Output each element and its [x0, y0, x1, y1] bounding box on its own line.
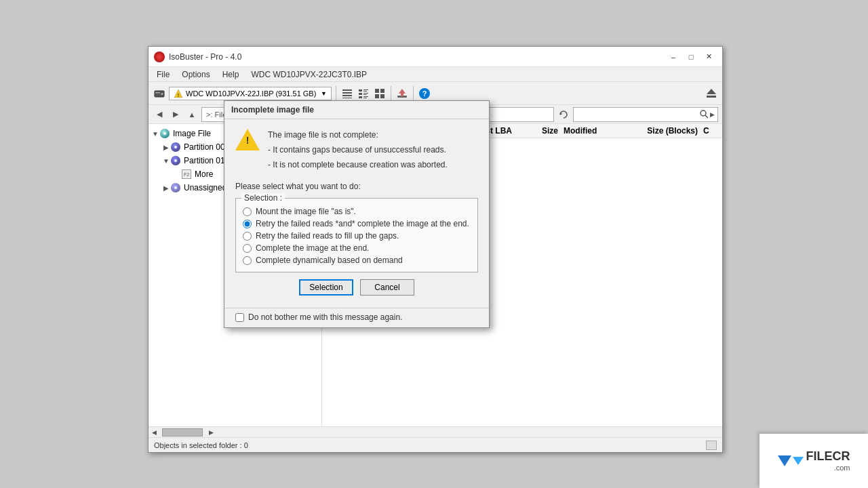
filecr-logo	[778, 455, 804, 466]
menu-bar: File Options Help WDC WD10JPVX-22JC3T0.I…	[149, 67, 722, 82]
partition01-icon	[170, 155, 181, 166]
partition00-icon	[170, 142, 181, 152]
title-bar-left: IsoBuster - Pro - 4.0	[154, 52, 241, 62]
svg-rect-11	[359, 93, 362, 95]
cancel-button[interactable]: Cancel	[360, 279, 414, 296]
radio-label-5: Complete dynamically based on demand	[256, 256, 403, 265]
expand-partition00[interactable]: ▶	[162, 144, 170, 151]
status-text: Objects in selected folder : 0	[154, 441, 248, 449]
radio-option1[interactable]	[243, 207, 252, 216]
disc-icon	[159, 128, 170, 139]
selection-group-label: Selection :	[241, 193, 285, 203]
menu-file[interactable]: File	[151, 68, 175, 81]
toolbar-drive-label[interactable]: ! WDC WD10JPVX-22J.IBP (931.51 GB) ▼	[169, 87, 332, 100]
tree-label-image-file: Image File	[173, 129, 211, 138]
dialog-message-text: The image file is not complete: - It con…	[268, 129, 448, 174]
refresh-button[interactable]	[557, 108, 570, 121]
dialog-title: Incomplete image file	[224, 101, 489, 119]
msg-line1: The image file is not complete:	[268, 129, 448, 141]
svg-point-1	[161, 93, 163, 95]
svg-rect-12	[363, 93, 368, 94]
svg-marker-27	[560, 113, 562, 115]
list-view-icon[interactable]	[340, 87, 354, 100]
close-button[interactable]: ✕	[701, 50, 717, 64]
tree-label-partition01: Partition 01	[184, 156, 225, 165]
svg-rect-2	[155, 92, 160, 94]
radio-option4[interactable]	[243, 244, 252, 253]
h-scrollbar[interactable]: ◀ ▶	[149, 426, 722, 437]
forward-button[interactable]: ▶	[169, 108, 182, 121]
drive-icon	[153, 87, 166, 100]
radio-label-4: Complete the image at the end.	[256, 243, 369, 253]
col-header-blocks[interactable]: Size (Blocks)	[637, 126, 698, 136]
scroll-right-button[interactable]: ▶	[205, 427, 216, 438]
unassigned-icon	[170, 182, 181, 193]
eject-icon[interactable]	[705, 87, 718, 100]
window-title: IsoBuster - Pro - 4.0	[169, 52, 241, 62]
grid-view-icon[interactable]	[373, 87, 387, 100]
expand-partition01[interactable]: ▼	[162, 157, 170, 165]
svg-rect-20	[380, 94, 384, 98]
title-bar-controls: – □ ✕	[665, 50, 717, 64]
menu-drive[interactable]: WDC WD10JPVX-22JC3T0.IBP	[245, 68, 372, 81]
svg-rect-14	[359, 96, 362, 98]
col-header-size[interactable]: Size	[517, 126, 558, 136]
selection-button[interactable]: Selection	[299, 279, 353, 296]
radio-item-4: Complete the image at the end.	[243, 243, 471, 253]
drive-label-text: WDC WD10JPVX-22J.IBP (931.51 GB)	[186, 89, 316, 98]
selection-group: Selection : Mount the image file "as is"…	[235, 198, 478, 272]
svg-rect-5	[342, 92, 352, 94]
back-button[interactable]: ◀	[153, 108, 166, 121]
dialog-prompt: Please select what you want to do:	[235, 182, 478, 191]
dialog-top-area: ! The image file is not complete: - It c…	[235, 129, 478, 174]
more-file-icon: F2	[181, 169, 192, 180]
menu-options[interactable]: Options	[176, 68, 215, 81]
col-header-modified[interactable]: Modified	[564, 126, 631, 136]
tree-label-more: More	[195, 169, 213, 179]
dialog-buttons: Selection Cancel	[235, 279, 478, 296]
svg-point-28	[701, 110, 706, 116]
up-button[interactable]: ▲	[185, 108, 199, 121]
radio-option5[interactable]	[243, 256, 252, 265]
filecr-watermark: FILECR .com	[760, 434, 868, 488]
radio-item-1: Mount the image file "as is".	[243, 207, 471, 216]
detail-view-icon[interactable]	[357, 87, 370, 100]
radio-label-1: Mount the image file "as is".	[256, 207, 356, 216]
app-icon	[154, 52, 165, 62]
search-input[interactable]	[576, 110, 698, 119]
expand-image-file[interactable]: ▼	[151, 130, 159, 138]
col-header-c: C	[703, 126, 717, 136]
minimize-button[interactable]: –	[665, 50, 682, 64]
chevron-blue	[778, 455, 791, 466]
dont-bother-checkbox[interactable]	[235, 313, 244, 322]
radio-label-2: Retry the failed reads *and* complete th…	[256, 219, 469, 228]
help-icon[interactable]: ?	[418, 87, 431, 100]
extract-icon[interactable]	[395, 87, 409, 100]
svg-rect-19	[375, 94, 379, 98]
toolbar-separator-1	[336, 86, 336, 101]
title-bar: IsoBuster - Pro - 4.0 – □ ✕	[149, 47, 722, 67]
dialog-body: ! The image file is not complete: - It c…	[224, 119, 489, 308]
radio-option2[interactable]	[243, 220, 252, 228]
svg-rect-4	[342, 89, 352, 91]
checkbox-row: Do not bother me with this message again…	[224, 308, 489, 327]
radio-item-3: Retry the failed reads to fill up the ga…	[243, 231, 471, 241]
svg-rect-10	[363, 91, 367, 92]
scroll-left-button[interactable]: ◀	[149, 427, 159, 438]
svg-rect-26	[707, 96, 716, 98]
search-arrow[interactable]: ▶	[710, 111, 715, 118]
status-grip[interactable]	[706, 441, 717, 450]
expand-unassigned[interactable]: ▶	[162, 184, 170, 192]
svg-rect-7	[342, 98, 352, 98]
msg-line3: - It is not complete because creation wa…	[268, 159, 448, 171]
search-icon	[700, 110, 709, 119]
scroll-thumb[interactable]	[162, 428, 203, 436]
svg-text:?: ?	[422, 89, 427, 98]
maximize-button[interactable]: □	[683, 50, 699, 64]
radio-option3[interactable]	[243, 232, 252, 241]
drive-dropdown-arrow[interactable]: ▼	[321, 90, 327, 97]
radio-item-5: Complete dynamically based on demand	[243, 256, 471, 265]
svg-rect-17	[375, 89, 379, 93]
svg-rect-6	[342, 95, 352, 96]
menu-help[interactable]: Help	[217, 68, 245, 81]
